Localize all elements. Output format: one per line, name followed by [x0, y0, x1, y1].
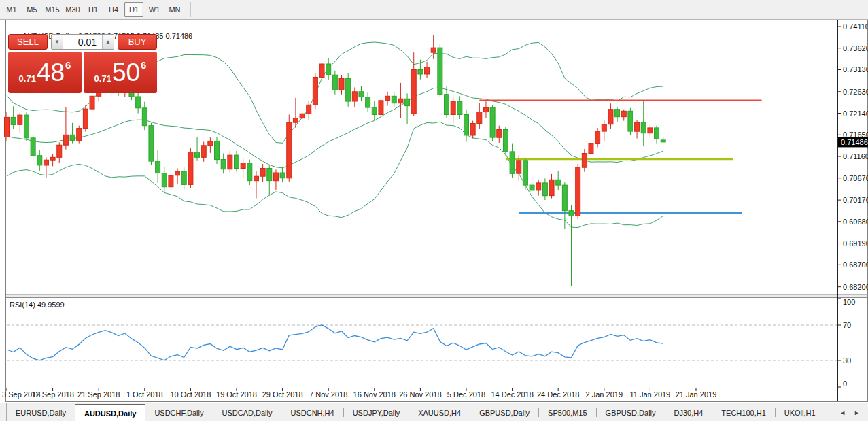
sell-price-pipette: 6: [65, 59, 71, 71]
buy-price-pipette: 6: [141, 59, 146, 71]
symbol-tab-bar: EURUSD,DailyAUDUSD,DailyUSDCHF,DailyUSDC…: [0, 403, 868, 421]
sell-price-prefix: 0.71: [19, 73, 36, 84]
rsi-axis-label: 100: [843, 298, 855, 306]
date-axis-label: 21 Sep 2018: [77, 390, 120, 399]
timeframe-button-m1[interactable]: M1: [2, 2, 21, 17]
price-axis-label: 0.69190: [843, 239, 868, 248]
price-axis-label: 0.70670: [843, 174, 868, 182]
volume-stepper: ▼ ▲: [51, 34, 114, 50]
timeframe-toolbar: M1M5M15M30H1H4D1W1MN: [0, 0, 868, 20]
date-axis-label: 29 Oct 2018: [262, 390, 303, 399]
price-axis-label: 0.72140: [843, 110, 868, 118]
sell-button[interactable]: SELL: [8, 34, 48, 50]
volume-decrease-button[interactable]: ▼: [52, 35, 63, 49]
volume-increase-button[interactable]: ▲: [102, 35, 114, 49]
rsi-indicator-label: RSI(14) 49.9599: [10, 301, 65, 309]
volume-input[interactable]: [63, 35, 102, 49]
tab-sliver[interactable]: [0, 403, 7, 421]
date-axis-label: 26 Nov 2018: [399, 390, 441, 399]
date-axis-label: 12 Sep 2018: [31, 390, 73, 399]
timeframe-button-m30[interactable]: M30: [63, 2, 82, 17]
buy-quote-box[interactable]: 0.71 50 6: [84, 52, 157, 93]
rsi-axis-label: 70: [843, 321, 851, 329]
tab-scroll-right-icon[interactable]: ►: [850, 407, 864, 418]
date-axis-label: 16 Nov 2018: [353, 390, 396, 399]
buy-price-prefix: 0.71: [94, 73, 111, 84]
timeframe-button-w1[interactable]: W1: [145, 2, 164, 17]
rsi-axis-label: 0: [843, 380, 847, 388]
tab-usdcad-daily[interactable]: USDCAD,Daily: [213, 403, 281, 421]
tab-eurusd-daily[interactable]: EURUSD,Daily: [7, 403, 75, 421]
price-axis-label: 0.73130: [843, 65, 868, 73]
tab-xauusd-h4[interactable]: XAUUSD,H4: [409, 403, 470, 421]
tab-usdchf-daily[interactable]: USDCHF,Daily: [145, 403, 212, 421]
date-axis-label: 10 Oct 2018: [170, 390, 211, 399]
price-axis-label: 0.74110: [843, 22, 868, 31]
timeframe-button-h1[interactable]: H1: [84, 2, 103, 17]
price-axis-label: 0.68700: [843, 260, 868, 269]
tab-sp500-m15[interactable]: SP500,M15: [539, 403, 595, 421]
quote-boxes-row: 0.71 48 6 0.71 50 6: [8, 52, 157, 93]
buy-button[interactable]: BUY: [118, 34, 157, 50]
price-axis-label: 0.73620: [843, 44, 868, 52]
tab-dj30-h4[interactable]: DJ30,H4: [665, 403, 712, 421]
price-axis-label: 0.68200: [843, 283, 868, 291]
tab-gbpusd-daily[interactable]: GBPUSD,Daily: [470, 403, 538, 421]
sell-price-big: 48: [37, 60, 65, 85]
tab-ukoil-h1[interactable]: UKOil,H1: [776, 403, 824, 421]
date-axis-label: 24 Dec 2018: [537, 390, 579, 399]
rsi-axis-label: 30: [843, 356, 851, 365]
timeframe-button-h4[interactable]: H4: [104, 2, 123, 17]
trade-controls-row: SELL ▼ ▲ BUY: [8, 34, 157, 50]
date-axis-label: 1 Oct 2018: [126, 390, 163, 399]
one-click-trade-panel: SELL ▼ ▲ BUY 0.71 48 6 0.71 50 6: [8, 34, 157, 93]
timeframe-button-m15[interactable]: M15: [43, 2, 62, 17]
date-axis-label: 21 Jan 2019: [676, 390, 717, 399]
buy-price-big: 50: [112, 60, 140, 85]
tab-tech100-h1[interactable]: TECH100,H1: [712, 403, 774, 421]
tab-audusd-daily[interactable]: AUDUSD,Daily: [75, 404, 145, 421]
toolbar-divider: [190, 2, 191, 17]
tab-gbpusd-daily[interactable]: GBPUSD,Daily: [597, 403, 665, 421]
price-axis-label: 0.72630: [843, 88, 868, 96]
svg-text:0.71486: 0.71486: [841, 138, 868, 146]
price-axis-label: 0.69680: [843, 218, 868, 226]
tab-scroll-left-icon[interactable]: ◄: [835, 407, 850, 418]
price-axis-label: 0.70170: [843, 196, 868, 204]
date-axis-label: 2 Jan 2019: [586, 390, 623, 399]
timeframe-button-m5[interactable]: M5: [22, 2, 41, 17]
date-axis-label: 7 Nov 2018: [309, 390, 347, 399]
tab-scroll-controls: ◄►: [835, 403, 868, 421]
timeframe-button-mn[interactable]: MN: [165, 2, 184, 17]
tab-usdjpy-daily[interactable]: USDJPY,Daily: [344, 403, 409, 421]
date-axis-label: 5 Dec 2018: [447, 390, 485, 399]
date-axis-label: 19 Oct 2018: [216, 390, 257, 399]
timeframe-button-d1[interactable]: D1: [124, 2, 143, 17]
price-axis-label: 0.71160: [843, 152, 868, 161]
date-axis-label: 14 Dec 2018: [491, 390, 533, 399]
tab-usdcnh-h4[interactable]: USDCNH,H4: [281, 403, 343, 421]
sell-quote-box[interactable]: 0.71 48 6: [8, 52, 82, 93]
date-axis-label: 11 Jan 2019: [630, 390, 671, 399]
